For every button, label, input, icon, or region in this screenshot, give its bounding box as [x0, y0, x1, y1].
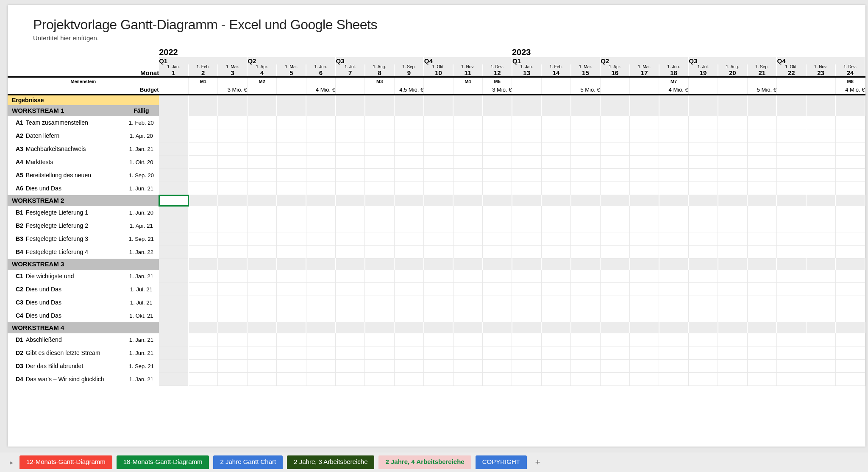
gantt-cell[interactable] [159, 156, 188, 169]
gantt-cell[interactable] [394, 270, 423, 283]
gantt-cell[interactable] [776, 142, 806, 156]
grid-cell[interactable] [688, 195, 718, 206]
gantt-cell[interactable] [306, 142, 335, 156]
gantt-cell[interactable] [806, 206, 835, 219]
gantt-cell[interactable] [424, 283, 453, 296]
grid-cell[interactable] [424, 105, 453, 116]
gantt-cell[interactable] [159, 206, 188, 219]
gantt-cell[interactable] [747, 296, 776, 309]
grid-cell[interactable] [541, 322, 570, 333]
grid-cell[interactable] [600, 105, 629, 116]
grid-cell[interactable] [306, 195, 335, 206]
gantt-cell[interactable] [806, 296, 835, 309]
grid-cell[interactable] [541, 259, 570, 270]
gantt-cell[interactable] [835, 129, 865, 142]
gantt-cell[interactable] [571, 206, 600, 219]
grid-cell[interactable] [541, 195, 570, 206]
gantt-cell[interactable] [512, 182, 541, 195]
grid-cell[interactable] [365, 322, 394, 333]
gantt-cell[interactable] [306, 182, 335, 195]
gantt-cell[interactable] [277, 232, 306, 246]
gantt-cell[interactable] [277, 129, 306, 142]
gantt-cell[interactable] [365, 346, 394, 360]
gantt-cell[interactable] [189, 206, 218, 219]
gantt-cell[interactable] [189, 142, 218, 156]
gantt-cell[interactable] [541, 333, 570, 346]
gantt-cell[interactable] [659, 142, 688, 156]
milestone-cell[interactable] [394, 77, 423, 86]
gantt-cell[interactable] [453, 309, 482, 322]
gantt-cell[interactable] [688, 156, 718, 169]
grid-cell[interactable] [247, 105, 276, 116]
gantt-cell[interactable] [776, 333, 806, 346]
gantt-cell[interactable] [688, 206, 718, 219]
gantt-cell[interactable] [159, 232, 188, 246]
gantt-cell[interactable] [718, 346, 747, 360]
gantt-cell[interactable] [718, 182, 747, 195]
budget-cell[interactable] [336, 86, 365, 95]
gantt-cell[interactable] [336, 219, 365, 232]
gantt-cell[interactable] [453, 232, 482, 246]
grid-cell[interactable] [453, 195, 482, 206]
gantt-cell[interactable] [541, 219, 570, 232]
gantt-cell[interactable] [571, 182, 600, 195]
gantt-cell[interactable] [159, 373, 188, 386]
budget-cell[interactable] [600, 86, 629, 95]
gantt-cell[interactable] [659, 206, 688, 219]
gantt-cell[interactable] [512, 270, 541, 283]
gantt-cell[interactable] [159, 116, 188, 129]
gantt-cell[interactable] [600, 142, 629, 156]
grid-cell[interactable] [159, 195, 188, 206]
gantt-cell[interactable] [394, 182, 423, 195]
grid-cell[interactable] [835, 259, 865, 270]
gantt-cell[interactable] [159, 283, 188, 296]
gantt-cell[interactable] [747, 129, 776, 142]
gantt-cell[interactable] [541, 182, 570, 195]
gantt-cell[interactable] [189, 270, 218, 283]
grid-cell[interactable] [159, 322, 188, 333]
gantt-cell[interactable] [453, 156, 482, 169]
gantt-cell[interactable] [218, 246, 247, 259]
gantt-cell[interactable] [630, 246, 659, 259]
grid-cell[interactable] [571, 259, 600, 270]
gantt-cell[interactable] [424, 232, 453, 246]
grid-cell[interactable] [247, 259, 276, 270]
gantt-cell[interactable] [718, 333, 747, 346]
grid-cell[interactable] [189, 259, 218, 270]
gantt-cell[interactable] [512, 373, 541, 386]
grid-cell[interactable] [571, 105, 600, 116]
gantt-cell[interactable] [747, 219, 776, 232]
grid-cell[interactable] [630, 195, 659, 206]
grid-cell[interactable] [718, 259, 747, 270]
milestone-cell[interactable] [159, 77, 188, 86]
gantt-cell[interactable] [483, 116, 512, 129]
gantt-cell[interactable] [483, 232, 512, 246]
gantt-cell[interactable] [571, 129, 600, 142]
gantt-cell[interactable] [483, 156, 512, 169]
grid-cell[interactable] [776, 105, 806, 116]
grid-cell[interactable] [336, 105, 365, 116]
gantt-cell[interactable] [218, 182, 247, 195]
gantt-cell[interactable] [747, 283, 776, 296]
gantt-cell[interactable] [247, 346, 276, 360]
gantt-cell[interactable] [747, 373, 776, 386]
gantt-cell[interactable] [688, 246, 718, 259]
gantt-cell[interactable] [306, 360, 335, 373]
gantt-cell[interactable] [277, 283, 306, 296]
sheet-tab[interactable]: 2 Jahre, 4 Arbeitsbereiche [378, 455, 471, 469]
gantt-cell[interactable] [630, 333, 659, 346]
gantt-cell[interactable] [512, 360, 541, 373]
grid-cell[interactable] [424, 195, 453, 206]
gantt-cell[interactable] [247, 206, 276, 219]
gantt-cell[interactable] [806, 156, 835, 169]
milestone-cell[interactable] [512, 77, 541, 86]
gantt-cell[interactable] [835, 346, 865, 360]
gantt-cell[interactable] [277, 333, 306, 346]
grid-cell[interactable] [189, 322, 218, 333]
gantt-cell[interactable] [541, 116, 570, 129]
gantt-cell[interactable] [453, 116, 482, 129]
gantt-cell[interactable] [483, 283, 512, 296]
gantt-cell[interactable] [365, 219, 394, 232]
gantt-cell[interactable] [336, 129, 365, 142]
gantt-cell[interactable] [718, 156, 747, 169]
